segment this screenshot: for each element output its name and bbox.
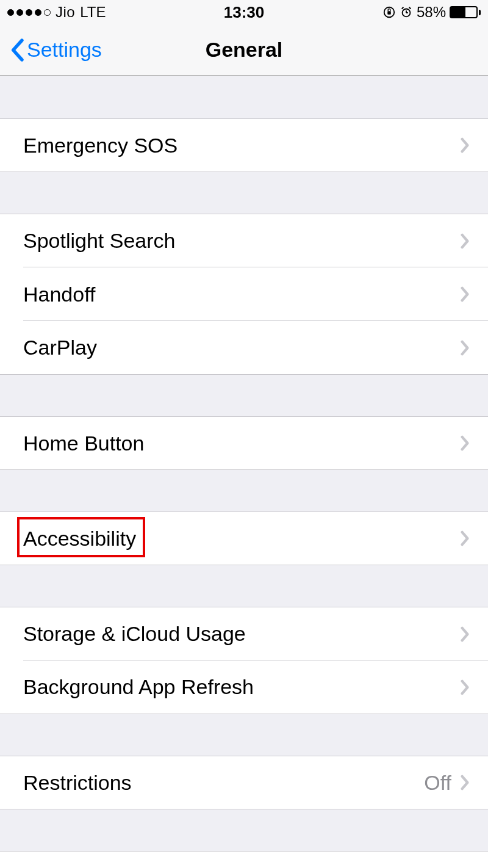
- group-gap: [0, 172, 488, 214]
- svg-line-5: [402, 7, 404, 9]
- group-gap: [0, 76, 488, 118]
- row-label: Background App Refresh: [23, 675, 460, 699]
- row-label: Storage & iCloud Usage: [23, 622, 460, 646]
- row-label: Accessibility: [23, 527, 460, 551]
- settings-row-restrictions[interactable]: RestrictionsOff: [0, 756, 488, 809]
- group-gap: [0, 809, 488, 851]
- row-label: Date & Time: [23, 866, 460, 869]
- chevron-left-icon: [10, 38, 24, 62]
- status-right: 58%: [382, 4, 481, 21]
- chevron-right-icon: [460, 679, 470, 695]
- settings-list[interactable]: Emergency SOSSpotlight SearchHandoffCarP…: [0, 76, 488, 868]
- group-gap: [0, 375, 488, 416]
- signal-strength-icon: [7, 9, 51, 16]
- row-label: Spotlight Search: [23, 229, 460, 253]
- row-label: CarPlay: [23, 336, 460, 360]
- nav-header: Settings General: [0, 24, 488, 76]
- chevron-right-icon: [460, 340, 470, 356]
- chevron-right-icon: [460, 233, 470, 249]
- svg-rect-1: [387, 11, 391, 15]
- settings-row-handoff[interactable]: Handoff: [0, 267, 488, 321]
- settings-row-storage-icloud-usage[interactable]: Storage & iCloud Usage: [0, 607, 488, 660]
- rotation-lock-icon: [382, 5, 396, 19]
- settings-row-home-button[interactable]: Home Button: [0, 416, 488, 470]
- settings-row-carplay[interactable]: CarPlay: [0, 321, 488, 375]
- chevron-right-icon: [460, 775, 470, 790]
- group-gap: [0, 565, 488, 607]
- status-bar: Jio LTE 13:30 58%: [0, 0, 488, 24]
- page-title: General: [206, 38, 283, 62]
- back-label: Settings: [27, 38, 102, 62]
- group-gap: [0, 470, 488, 512]
- network-label: LTE: [80, 4, 106, 21]
- settings-row-spotlight-search[interactable]: Spotlight Search: [0, 214, 488, 267]
- chevron-right-icon: [460, 626, 470, 642]
- chevron-right-icon: [460, 137, 470, 153]
- row-value: Off: [424, 771, 451, 795]
- back-button[interactable]: Settings: [10, 38, 102, 62]
- row-label: Home Button: [23, 432, 460, 455]
- row-label: Emergency SOS: [23, 134, 460, 157]
- chevron-right-icon: [460, 530, 470, 546]
- status-left: Jio LTE: [7, 4, 106, 21]
- carrier-label: Jio: [56, 4, 75, 21]
- row-label: Restrictions: [23, 771, 424, 795]
- settings-row-emergency-sos[interactable]: Emergency SOS: [0, 118, 488, 172]
- settings-row-accessibility[interactable]: Accessibility: [0, 512, 488, 565]
- status-time: 13:30: [224, 3, 265, 22]
- battery-icon: [450, 6, 481, 18]
- chevron-right-icon: [460, 286, 470, 302]
- row-label: Handoff: [23, 283, 460, 306]
- chevron-right-icon: [460, 435, 470, 451]
- settings-row-background-app-refresh[interactable]: Background App Refresh: [0, 660, 488, 714]
- settings-row-date-time[interactable]: Date & Time: [0, 851, 488, 868]
- svg-line-6: [409, 7, 411, 9]
- alarm-icon: [400, 5, 413, 19]
- battery-percent: 58%: [417, 4, 446, 21]
- group-gap: [0, 714, 488, 756]
